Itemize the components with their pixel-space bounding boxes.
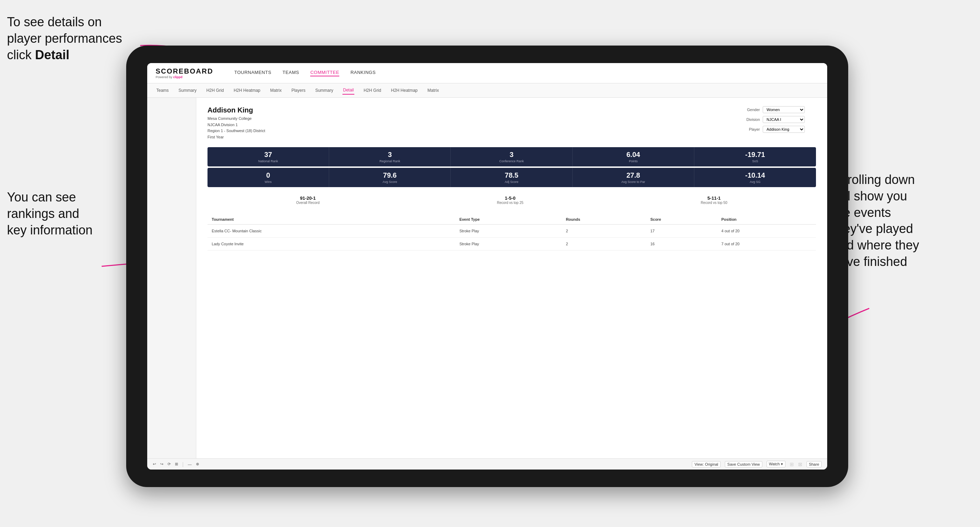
- subnav-summary1[interactable]: Summary: [178, 87, 197, 94]
- nav-links: TOURNAMENTS TEAMS COMMITTEE RANKINGS: [234, 70, 375, 76]
- toolbar-clipboard[interactable]: ⊞: [175, 462, 178, 467]
- stat-avg-score: 79.6 Avg Score: [329, 168, 451, 187]
- toolbar-undo[interactable]: ↩: [153, 462, 156, 467]
- logo-scoreboard: SCOREBOARD: [156, 67, 213, 75]
- stat-sos: -19.71 SoS: [694, 147, 816, 167]
- rounds-1: 2: [562, 225, 646, 238]
- annotation-rankings-line2: rankings and: [7, 206, 79, 221]
- player-name: Addison King: [207, 106, 265, 114]
- th-event-type: Event Type: [455, 214, 562, 225]
- tournament-table: Tournament Event Type Rounds Score Posit…: [207, 214, 816, 251]
- th-empty: [424, 214, 455, 225]
- player-header: Addison King Mesa Community College NJCA…: [207, 106, 816, 140]
- score-1: 17: [646, 225, 717, 238]
- toolbar-minus[interactable]: —: [188, 462, 192, 467]
- player-controls: Gender Women Division NJCAA I: [739, 106, 816, 133]
- player-label: Player: [739, 127, 760, 132]
- logo-clippd: clippd: [173, 75, 183, 79]
- toolbar-share[interactable]: Share: [807, 461, 822, 467]
- records-row: 91-20-1 Overall Record 1-5-0 Record vs t…: [207, 193, 816, 208]
- nav-committee[interactable]: COMMITTEE: [310, 70, 339, 76]
- toolbar-redo[interactable]: ↪: [160, 462, 163, 467]
- stats-row1: 37 National Rank 3 Regional Rank 3 Confe…: [207, 147, 816, 167]
- stat-avg-score-par: 27.8 Avg Score to Par: [573, 168, 694, 187]
- th-score: Score: [646, 214, 717, 225]
- nav-rankings[interactable]: RANKINGS: [350, 70, 376, 76]
- toolbar-separator: |: [182, 462, 184, 467]
- table-row: Lady Coyote Invite Stroke Play 2 16 7 ou…: [207, 238, 816, 251]
- main-area: Addison King Mesa Community College NJCA…: [147, 98, 827, 458]
- logo-powered: Powered by clippd: [156, 75, 213, 79]
- position-1: 4 out of 20: [717, 225, 816, 238]
- tournament-name-2: Lady Coyote Invite: [207, 238, 424, 251]
- subnav-h2hheatmap1[interactable]: H2H Heatmap: [233, 87, 261, 94]
- annotation-detail-bold: Detail: [35, 48, 69, 62]
- event-type-1: Stroke Play: [455, 225, 562, 238]
- player-control: Player Addison King: [739, 126, 816, 133]
- tablet-frame: SCOREBOARD Powered by clippd TOURNAMENTS…: [126, 46, 848, 487]
- toolbar-watch[interactable]: Watch ▾: [767, 461, 786, 467]
- logo-area: SCOREBOARD Powered by clippd: [156, 67, 213, 79]
- player-year: First Year: [207, 135, 224, 139]
- tournament-name-1: Estella CC- Mountain Classic: [207, 225, 424, 238]
- th-tournament: Tournament: [207, 214, 424, 225]
- left-sidebar: [147, 98, 196, 458]
- event-type-2: Stroke Play: [455, 238, 562, 251]
- stats-row2: 0 Wins 79.6 Avg Score 78.5 Adj Score 2: [207, 168, 816, 187]
- annotation-rankings-line3: key information: [7, 223, 92, 237]
- sub-nav: Teams Summary H2H Grid H2H Heatmap Matri…: [147, 83, 827, 98]
- subnav-matrix2[interactable]: Matrix: [427, 87, 440, 94]
- bottom-toolbar: ↩ ↪ ⟳ ⊞ | — ⊕ View: Original Save Custom…: [147, 458, 827, 470]
- annotation-bottomleft: You can see rankings and key information: [7, 189, 133, 238]
- division-control: Division NJCAA I: [739, 116, 816, 123]
- player-division: NJCAA Division 1: [207, 123, 238, 127]
- subnav-h2hheatmap2[interactable]: H2H Heatmap: [390, 87, 418, 94]
- subnav-matrix1[interactable]: Matrix: [269, 87, 283, 94]
- player-region: Region 1 - Southwest (18) District: [207, 129, 265, 133]
- stat-regional-rank: 3 Regional Rank: [329, 147, 451, 167]
- subnav-summary2[interactable]: Summary: [314, 87, 334, 94]
- gender-label: Gender: [739, 108, 760, 112]
- toolbar-separator2: ⊞: [790, 462, 794, 467]
- th-rounds: Rounds: [562, 214, 646, 225]
- division-select[interactable]: NJCAA I: [763, 116, 805, 123]
- top-nav: SCOREBOARD Powered by clippd TOURNAMENTS…: [147, 63, 827, 83]
- player-select[interactable]: Addison King: [763, 126, 805, 133]
- record-top50: 5-11-1 Record vs top 50: [701, 195, 727, 205]
- stat-conference-rank: 3 Conference Rank: [451, 147, 573, 167]
- tournament-empty-1: [424, 225, 455, 238]
- toolbar-refresh[interactable]: ⟳: [167, 462, 171, 467]
- tournament-empty-2: [424, 238, 455, 251]
- subnav-players[interactable]: Players: [291, 87, 306, 94]
- position-2: 7 out of 20: [717, 238, 816, 251]
- annotation-right: Scrolling down will show you the events …: [833, 172, 966, 270]
- stat-national-rank: 37 National Rank: [207, 147, 329, 167]
- player-college: Mesa Community College: [207, 116, 252, 121]
- player-info: Addison King Mesa Community College NJCA…: [207, 106, 265, 140]
- content-area: Addison King Mesa Community College NJCA…: [196, 98, 827, 458]
- nav-tournaments[interactable]: TOURNAMENTS: [234, 70, 271, 76]
- rounds-2: 2: [562, 238, 646, 251]
- stat-wins: 0 Wins: [207, 168, 329, 187]
- toolbar-clock[interactable]: ⊕: [196, 462, 199, 467]
- th-position: Position: [717, 214, 816, 225]
- subnav-teams[interactable]: Teams: [156, 87, 169, 94]
- table-row: Estella CC- Mountain Classic Stroke Play…: [207, 225, 816, 238]
- annotation-topleft: To see details on player performances cl…: [7, 14, 126, 63]
- nav-teams[interactable]: TEAMS: [283, 70, 299, 76]
- toolbar-save-custom[interactable]: Save Custom View: [725, 461, 762, 467]
- tablet-screen: SCOREBOARD Powered by clippd TOURNAMENTS…: [147, 63, 827, 470]
- gender-select[interactable]: Women: [763, 106, 805, 113]
- subnav-detail[interactable]: Detail: [342, 86, 355, 95]
- toolbar-icon2: ⊠: [798, 462, 802, 467]
- subnav-h2hgrid1[interactable]: H2H Grid: [206, 87, 225, 94]
- score-2: 16: [646, 238, 717, 251]
- toolbar-view-original[interactable]: View: Original: [692, 461, 721, 467]
- subnav-h2hgrid2[interactable]: H2H Grid: [363, 87, 382, 94]
- stat-adj-score: 78.5 Adj Score: [451, 168, 573, 187]
- record-top25: 1-5-0 Record vs top 25: [497, 195, 523, 205]
- record-overall: 91-20-1 Overall Record: [296, 195, 320, 205]
- stat-points: 6.04 Points: [573, 147, 694, 167]
- app-content: SCOREBOARD Powered by clippd TOURNAMENTS…: [147, 63, 827, 470]
- annotation-rankings-line1: You can see: [7, 190, 76, 204]
